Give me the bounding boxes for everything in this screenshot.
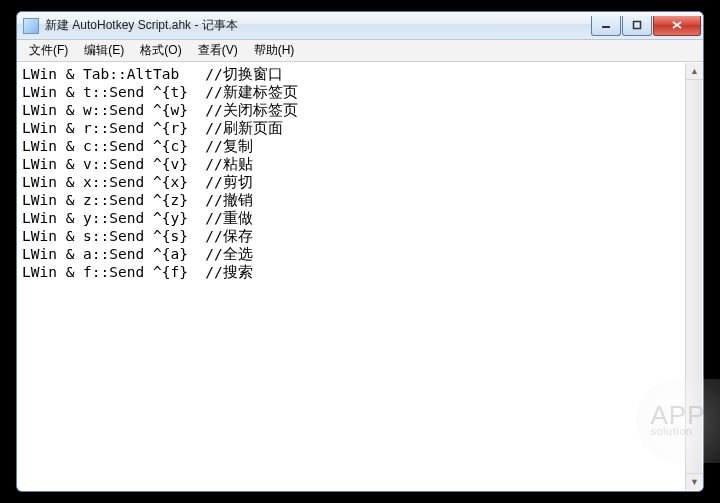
close-icon	[671, 20, 683, 30]
notepad-icon	[23, 18, 39, 34]
app-window: 新建 AutoHotkey Script.ahk - 记事本 文件(F) 编辑(…	[16, 11, 704, 492]
minimize-button[interactable]	[591, 16, 621, 36]
chevron-down-icon: ▼	[690, 477, 699, 487]
svg-rect-1	[634, 22, 641, 29]
text-content[interactable]: LWin & Tab::AltTab //切换窗口 LWin & t::Send…	[18, 63, 685, 490]
maximize-icon	[632, 20, 642, 30]
menu-bar: 文件(F) 编辑(E) 格式(O) 查看(V) 帮助(H)	[17, 40, 703, 62]
editor-area: LWin & Tab::AltTab //切换窗口 LWin & t::Send…	[18, 63, 702, 490]
vertical-scrollbar[interactable]: ▲ ▼	[685, 63, 702, 490]
title-bar[interactable]: 新建 AutoHotkey Script.ahk - 记事本	[17, 12, 703, 40]
minimize-icon	[601, 20, 611, 30]
scroll-down-button[interactable]: ▼	[686, 473, 703, 490]
menu-edit[interactable]: 编辑(E)	[76, 40, 132, 61]
scroll-up-button[interactable]: ▲	[686, 63, 703, 80]
window-controls	[590, 16, 701, 36]
menu-file[interactable]: 文件(F)	[21, 40, 76, 61]
window-title: 新建 AutoHotkey Script.ahk - 记事本	[45, 17, 590, 34]
menu-view[interactable]: 查看(V)	[190, 40, 246, 61]
close-button[interactable]	[653, 16, 701, 36]
maximize-button[interactable]	[622, 16, 652, 36]
menu-format[interactable]: 格式(O)	[132, 40, 189, 61]
menu-help[interactable]: 帮助(H)	[246, 40, 303, 61]
chevron-up-icon: ▲	[690, 66, 699, 76]
